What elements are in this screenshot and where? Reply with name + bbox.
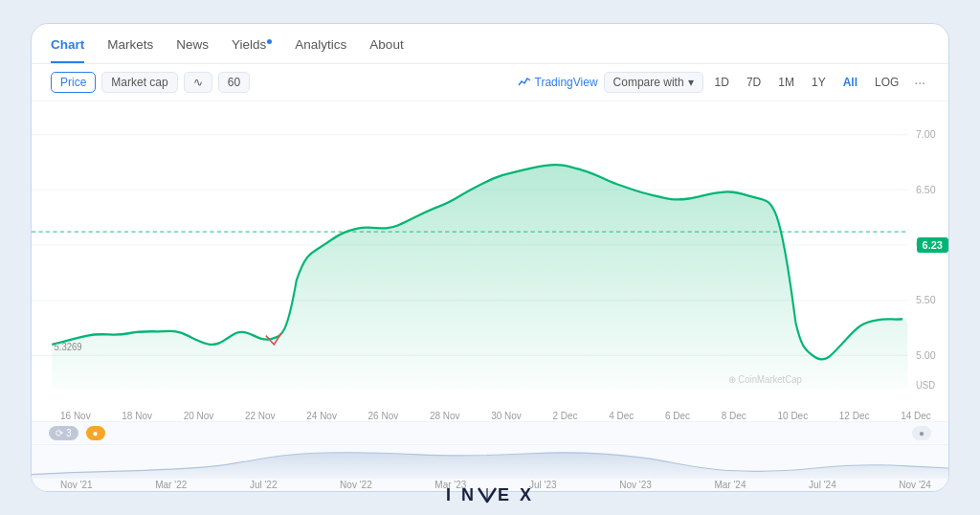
orange-badge: ●	[86, 426, 105, 440]
time-7d-button[interactable]: 7D	[741, 73, 767, 92]
compare-with-dropdown[interactable]: Compare with ▾	[604, 72, 703, 93]
tab-chart[interactable]: Chart	[51, 37, 84, 63]
x-label: 24 Nov	[306, 411, 337, 421]
price-chart-svg: 7.00 6.50 6.00 5.50 5.00 5.3269 ⊕ CoinMa…	[32, 101, 948, 411]
chart-type-button[interactable]: ∿	[184, 72, 212, 93]
tab-markets[interactable]: Markets	[107, 37, 153, 63]
tab-yields[interactable]: Yields	[232, 37, 272, 63]
tradingview-button[interactable]: TradingView	[518, 76, 598, 89]
x-label: 6 Dec	[665, 411, 690, 421]
toolbar-right: TradingView Compare with ▾ 1D 7D 1M 1Y A…	[518, 72, 929, 93]
x-label: 4 Dec	[609, 411, 634, 421]
brand-v-letter	[477, 484, 498, 505]
svg-text:⊕ CoinMarketCap: ⊕ CoinMarketCap	[728, 374, 802, 385]
svg-text:USD: USD	[916, 380, 935, 391]
time-all-button[interactable]: All	[837, 73, 863, 92]
mini-chart-svg	[32, 445, 948, 479]
brand-logo: I N E X	[446, 484, 534, 505]
time-1y-button[interactable]: 1Y	[806, 73, 832, 92]
x-label: 12 Dec	[839, 411, 870, 421]
brand-v-icon	[477, 484, 498, 505]
marketcap-button[interactable]: Market cap	[101, 72, 177, 93]
x-label: 8 Dec	[722, 411, 746, 421]
chevron-down-icon: ▾	[688, 76, 694, 89]
x-label: 16 Nov	[60, 411, 91, 421]
x-axis-labels: 16 Nov 18 Nov 20 Nov 22 Nov 24 Nov 26 No…	[32, 411, 948, 421]
svg-text:6.50: 6.50	[916, 183, 936, 194]
gray-icon: ⟳	[56, 428, 63, 438]
toolbar-row: Price Market cap ∿ 60 TradingView Compar…	[32, 64, 948, 101]
footer: I N E X	[0, 484, 980, 505]
gray-badge: ⟳ 3	[49, 426, 78, 440]
tab-analytics[interactable]: Analytics	[295, 37, 346, 63]
x-label: 14 Dec	[901, 411, 931, 421]
value-60-button[interactable]: 60	[218, 72, 250, 93]
svg-text:7.00: 7.00	[916, 128, 936, 140]
x-label: 2 Dec	[553, 411, 578, 421]
x-label: 30 Nov	[491, 411, 522, 421]
orange-icon: ●	[93, 428, 99, 438]
svg-text:5.50: 5.50	[916, 294, 936, 305]
brand-text-in: I N	[446, 485, 477, 505]
current-price-badge: 6.23	[917, 237, 948, 253]
time-1m-button[interactable]: 1M	[772, 73, 800, 92]
svg-text:5.3269: 5.3269	[54, 341, 82, 351]
x-label: 18 Nov	[122, 411, 152, 421]
tradingview-icon	[518, 76, 531, 89]
mini-chart-row	[32, 444, 948, 479]
x-label: 20 Nov	[184, 411, 214, 421]
chart-area: 7.00 6.50 6.00 5.50 5.00 5.3269 ⊕ CoinMa…	[32, 101, 948, 411]
x-label: 22 Nov	[245, 411, 276, 421]
time-1d-button[interactable]: 1D	[709, 73, 735, 92]
line-icon: ∿	[193, 76, 203, 89]
price-button[interactable]: Price	[51, 72, 96, 93]
brand-text-ex: E X	[498, 485, 534, 505]
x-label: 10 Dec	[778, 411, 809, 421]
mini-chart-right-badge: ●	[912, 426, 931, 440]
main-card: Chart Markets News Yields Analytics Abou…	[31, 23, 949, 492]
svg-text:5.00: 5.00	[916, 348, 936, 360]
tabs-row: Chart Markets News Yields Analytics Abou…	[32, 24, 948, 64]
bottom-icons-row: ⟳ 3 ● ●	[32, 421, 948, 444]
tab-news[interactable]: News	[176, 37, 209, 63]
log-button[interactable]: LOG	[869, 73, 904, 92]
x-label: 28 Nov	[430, 411, 460, 421]
tab-about[interactable]: About	[369, 37, 403, 63]
yields-dot	[267, 39, 272, 44]
more-button[interactable]: ···	[910, 75, 929, 90]
x-label: 26 Nov	[368, 411, 399, 421]
